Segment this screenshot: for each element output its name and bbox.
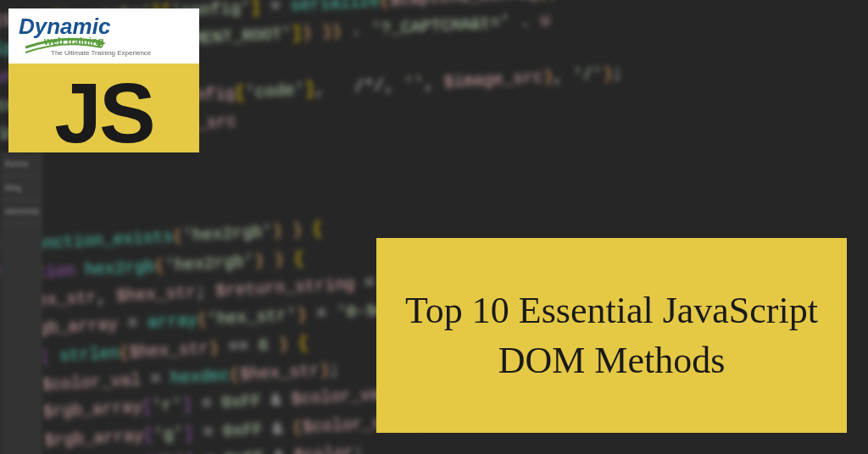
- article-title-block: Top 10 Essential JavaScript DOM Methods: [376, 238, 847, 433]
- js-badge-text: JS: [54, 75, 153, 151]
- editor-sidebar: theme blog elements: [0, 152, 42, 454]
- javascript-badge: JS: [8, 64, 199, 152]
- company-logo: Dynamic web training The Ultimate Traini…: [8, 8, 199, 64]
- article-title: Top 10 Essential JavaScript DOM Methods: [393, 285, 830, 386]
- logo-swoosh-icon: [21, 32, 106, 58]
- svg-marker-0: [97, 40, 106, 47]
